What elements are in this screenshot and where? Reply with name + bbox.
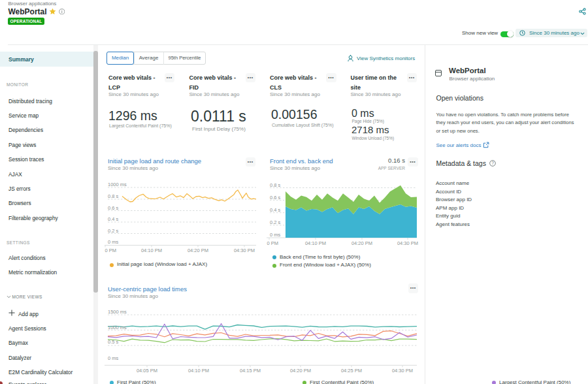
svg-text:?: ? (491, 161, 494, 165)
